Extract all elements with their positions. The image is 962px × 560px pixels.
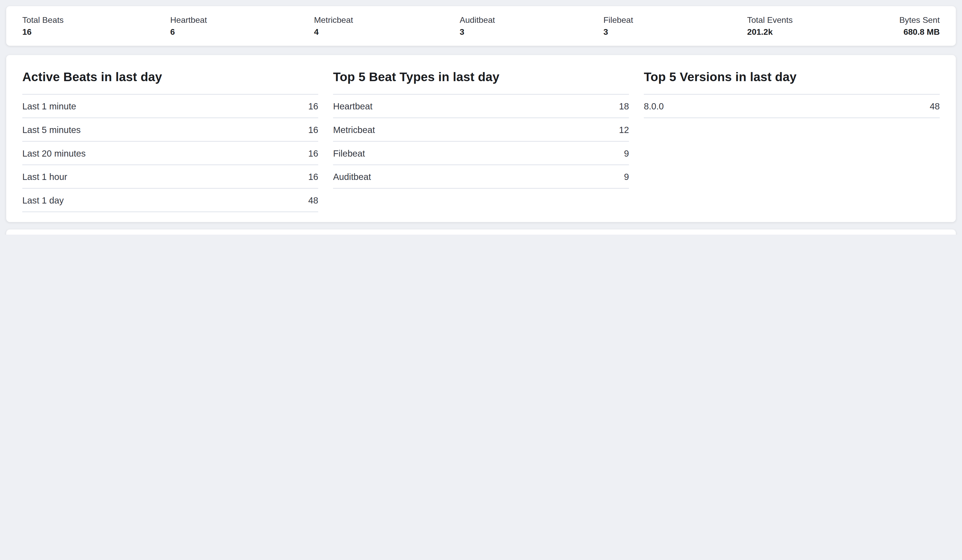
row-label: Last 5 minutes (22, 125, 81, 135)
row-label: Metricbeat (333, 125, 375, 135)
table-row: Filebeat9 (333, 141, 629, 165)
stat-value: 3 (460, 27, 497, 37)
row-value: 16 (308, 101, 318, 111)
stat-total-beats: Total Beats16 (22, 16, 64, 37)
beats-monitoring-dashboard: Total Beats16Heartbeat6Metricbeat4Auditb… (0, 0, 962, 235)
table-row: Last 1 hour16 (22, 165, 318, 188)
row-label: Heartbeat (333, 101, 373, 111)
row-label: Auditbeat (333, 172, 371, 182)
stat-value: 4 (314, 27, 353, 37)
stat-label: Total Beats (22, 16, 64, 25)
stat-label: Total Events (747, 16, 793, 25)
table-row: Last 5 minutes16 (22, 117, 318, 141)
stat-value: 3 (604, 27, 641, 37)
table-row: Heartbeat18 (333, 94, 629, 118)
table-rows: Heartbeat18Metricbeat12Filebeat9Auditbea… (333, 94, 629, 189)
table-row: Last 1 day48 (22, 188, 318, 212)
stat-value: 680.8 MB (899, 27, 940, 37)
row-value: 16 (308, 148, 318, 158)
table-rows: 8.0.048 (644, 94, 940, 118)
row-label: 8.0.0 (644, 101, 664, 111)
stat-label: Heartbeat (170, 16, 207, 25)
stat-filebeat: Filebeat3 (604, 16, 641, 37)
table-active-beats-in-last-day: Active Beats in last dayLast 1 minute16L… (22, 70, 318, 210)
row-value: 9 (624, 172, 629, 182)
row-value: 16 (308, 172, 318, 182)
stat-total-events: Total Events201.2k (747, 16, 793, 37)
row-label: Last 1 minute (22, 101, 76, 111)
row-label: Last 1 day (22, 195, 64, 205)
beats-tables-panel: Active Beats in last dayLast 1 minute16L… (6, 55, 956, 222)
table-row: Last 1 minute16 (22, 94, 318, 118)
stat-value: 6 (170, 27, 207, 37)
charts-panel: Events Rate (/s)i400 /s600 /s800 /s1,000… (6, 229, 956, 235)
stat-label: Filebeat (604, 16, 641, 25)
row-label: Last 1 hour (22, 172, 67, 182)
stat-value: 16 (22, 27, 64, 37)
table-row: Auditbeat9 (333, 165, 629, 188)
table-top-5-versions-in-last-day: Top 5 Versions in last day8.0.048 (644, 70, 940, 210)
table-row: 8.0.048 (644, 94, 940, 118)
panel-title: Active Beats in last day (22, 70, 318, 84)
stat-heartbeat: Heartbeat6 (170, 16, 207, 37)
row-label: Filebeat (333, 148, 365, 158)
summary-stats-panel: Total Beats16Heartbeat6Metricbeat4Auditb… (6, 6, 956, 46)
stat-label: Auditbeat (460, 16, 497, 25)
row-value: 16 (308, 125, 318, 135)
panel-title: Top 5 Versions in last day (644, 70, 940, 84)
table-top-5-beat-types-in-last-day: Top 5 Beat Types in last dayHeartbeat18M… (333, 70, 629, 210)
stat-bytes-sent: Bytes Sent680.8 MB (899, 16, 940, 37)
row-value: 9 (624, 148, 629, 158)
stat-label: Metricbeat (314, 16, 353, 25)
stat-value: 201.2k (747, 27, 793, 37)
table-row: Last 20 minutes16 (22, 141, 318, 165)
row-value: 48 (930, 101, 940, 111)
row-value: 48 (308, 195, 318, 205)
table-row: Metricbeat12 (333, 117, 629, 141)
row-value: 12 (619, 125, 629, 135)
stat-metricbeat: Metricbeat4 (314, 16, 353, 37)
table-rows: Last 1 minute16Last 5 minutes16Last 20 m… (22, 94, 318, 212)
stat-label: Bytes Sent (899, 16, 940, 25)
row-label: Last 20 minutes (22, 148, 86, 158)
stat-auditbeat: Auditbeat3 (460, 16, 497, 37)
panel-title: Top 5 Beat Types in last day (333, 70, 629, 84)
row-value: 18 (619, 101, 629, 111)
